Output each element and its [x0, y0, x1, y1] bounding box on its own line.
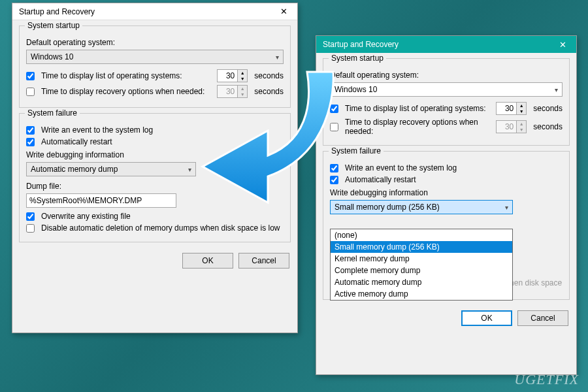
dropdown-option[interactable]: Automatic memory dump: [331, 276, 512, 288]
time-recovery-checkbox[interactable]: [330, 123, 338, 131]
dropdown-option[interactable]: (none): [331, 229, 512, 241]
seconds-label: seconds: [254, 87, 284, 96]
time-recovery-spinner: 30 ▲▼: [496, 120, 527, 133]
spinner-down-icon: ▼: [517, 127, 526, 133]
debug-combo[interactable]: Small memory dump (256 KB) ▾: [330, 200, 513, 214]
overwrite-label: Overwrite any existing file: [41, 212, 131, 221]
button-row: OK Cancel: [12, 248, 297, 274]
write-debug-label: Write debugging information: [330, 188, 428, 197]
dialog-title: Startup and Recovery: [19, 7, 95, 16]
auto-restart-label: Automatically restart: [345, 175, 416, 184]
spinner-value: 30: [218, 87, 237, 96]
titlebar: Startup and Recovery ✕: [12, 3, 297, 20]
time-list-spinner[interactable]: 30 ▲▼: [217, 69, 248, 82]
seconds-label: seconds: [254, 71, 284, 80]
time-list-label: Time to display list of operating system…: [345, 104, 492, 113]
system-failure-group: System failure Write an event to the sys…: [323, 151, 570, 300]
spinner-up-icon: ▲: [238, 86, 247, 91]
time-list-checkbox[interactable]: [330, 105, 338, 113]
ok-button[interactable]: OK: [182, 253, 233, 269]
system-startup-group: System startup Default operating system:…: [19, 25, 291, 108]
system-failure-group: System failure Write an event to the sys…: [19, 113, 291, 242]
debug-dropdown-list[interactable]: (none) Small memory dump (256 KB) Kernel…: [330, 229, 513, 301]
write-event-label: Write an event to the system log: [345, 163, 457, 172]
default-os-combo[interactable]: Windows 10 ▾: [26, 50, 284, 64]
spinner-down-icon: ▼: [238, 91, 247, 97]
titlebar: Startup and Recovery ✕: [316, 36, 576, 53]
dropdown-option[interactable]: Complete memory dump: [331, 265, 512, 276]
chevron-down-icon: ▾: [276, 54, 279, 61]
default-os-combo[interactable]: Windows 10 ▾: [330, 82, 563, 97]
time-list-label: Time to display list of operating system…: [41, 71, 213, 80]
close-icon[interactable]: ✕: [274, 7, 293, 16]
overwrite-checkbox[interactable]: [26, 212, 35, 221]
default-os-label: Default operating system:: [330, 71, 419, 80]
spinner-up-icon[interactable]: ▲: [238, 70, 247, 76]
spinner-value: 30: [218, 71, 237, 80]
time-recovery-checkbox[interactable]: [26, 88, 35, 96]
chevron-down-icon: ▾: [188, 166, 191, 173]
group-legend: System startup: [25, 21, 82, 30]
group-legend: System failure: [329, 146, 384, 155]
chevron-down-icon: ▾: [555, 86, 558, 93]
write-event-checkbox[interactable]: [330, 164, 338, 172]
combo-value: Windows 10: [335, 85, 377, 94]
dump-file-label: Dump file:: [26, 182, 61, 191]
spinner-down-icon[interactable]: ▼: [238, 76, 247, 82]
startup-recovery-dialog-left: Startup and Recovery ✕ System startup De…: [12, 3, 298, 333]
write-event-checkbox[interactable]: [26, 126, 35, 135]
combo-value: Automatic memory dump: [31, 165, 118, 174]
auto-restart-label: Automatically restart: [41, 137, 112, 146]
time-list-checkbox[interactable]: [26, 72, 35, 80]
cancel-button[interactable]: Cancel: [517, 310, 568, 326]
group-legend: System startup: [329, 54, 386, 63]
combo-value: Windows 10: [31, 52, 73, 61]
debug-combo[interactable]: Automatic memory dump ▾: [26, 162, 196, 176]
ok-button[interactable]: OK: [461, 310, 512, 326]
dump-file-input[interactable]: %SystemRoot%\MEMORY.DMP: [26, 193, 176, 208]
spinner-value: 30: [497, 122, 516, 131]
cancel-button[interactable]: Cancel: [238, 253, 289, 269]
button-row: OK Cancel: [316, 305, 576, 331]
dropdown-option[interactable]: Kernel memory dump: [331, 253, 512, 265]
time-recovery-label: Time to display recovery options when ne…: [345, 118, 492, 136]
seconds-label: seconds: [533, 104, 563, 113]
close-icon[interactable]: ✕: [553, 40, 572, 50]
system-startup-group: System startup Default operating system:…: [323, 58, 570, 146]
chevron-down-icon: ▾: [505, 204, 508, 211]
disable-delete-label: Disable automatic deletion of memory dum…: [41, 223, 280, 233]
auto-restart-checkbox[interactable]: [330, 176, 338, 184]
dropdown-option[interactable]: Small memory dump (256 KB): [331, 241, 512, 253]
disable-delete-checkbox[interactable]: [26, 224, 35, 233]
seconds-label: seconds: [533, 122, 563, 131]
auto-restart-checkbox[interactable]: [26, 138, 35, 146]
spinner-value: 30: [497, 104, 516, 113]
time-list-spinner[interactable]: 30 ▲▼: [496, 102, 527, 115]
write-debug-label: Write debugging information: [26, 150, 124, 159]
write-event-label: Write an event to the system log: [41, 125, 153, 135]
startup-recovery-dialog-right: Startup and Recovery ✕ System startup De…: [316, 35, 577, 375]
time-recovery-label: Time to display recovery options when ne…: [41, 87, 213, 96]
spinner-up-icon[interactable]: ▲: [517, 103, 526, 108]
time-recovery-spinner: 30 ▲▼: [217, 85, 248, 98]
default-os-label: Default operating system:: [26, 38, 115, 47]
dropdown-option[interactable]: Active memory dump: [331, 288, 512, 300]
spinner-up-icon: ▲: [517, 121, 526, 127]
textbox-value: %SystemRoot%\MEMORY.DMP: [29, 196, 142, 205]
group-legend: System failure: [25, 108, 80, 118]
spinner-down-icon[interactable]: ▼: [517, 108, 526, 114]
watermark: UGETFIX: [514, 371, 579, 388]
dialog-title: Startup and Recovery: [323, 40, 399, 49]
combo-value: Small memory dump (256 KB): [335, 203, 440, 212]
